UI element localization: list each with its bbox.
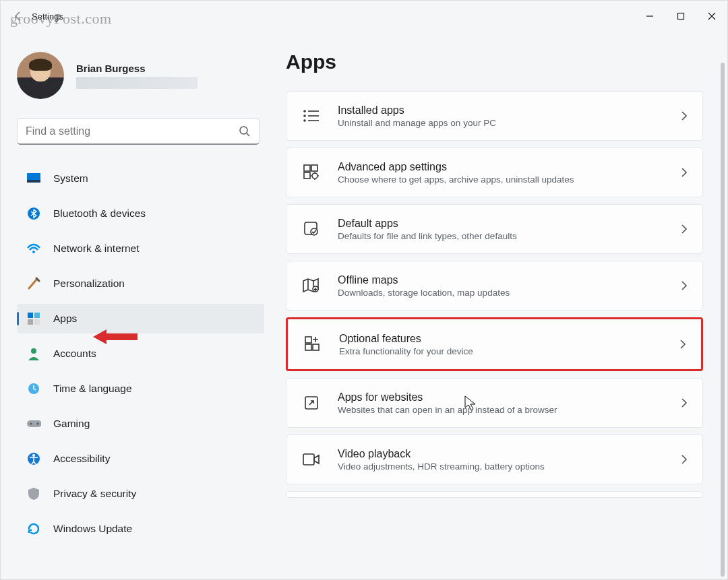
card-subtitle: Choose where to get apps, archive apps, …	[338, 174, 681, 185]
search-icon	[239, 125, 251, 137]
sidebar-item-accessibility[interactable]: Accessibility	[17, 444, 264, 474]
chevron-right-icon	[681, 168, 688, 177]
svg-rect-36	[313, 344, 319, 350]
svg-rect-13	[34, 319, 40, 325]
card-title: Apps for websites	[338, 391, 681, 404]
svg-line-5	[247, 133, 249, 136]
card-title: Default apps	[338, 218, 681, 230]
update-icon	[26, 521, 41, 536]
card-title: Advanced app settings	[338, 161, 681, 173]
apps-icon	[26, 311, 41, 326]
settings-cards: Installed appsUninstall and manage apps …	[286, 91, 703, 498]
svg-point-21	[304, 110, 305, 112]
svg-rect-11	[34, 313, 40, 318]
svg-point-23	[304, 115, 305, 117]
list-icon	[301, 106, 322, 126]
maximize-button[interactable]	[665, 1, 696, 32]
sidebar-item-apps[interactable]: Apps	[17, 304, 264, 333]
profile-email-redacted	[76, 77, 198, 89]
sidebar-item-label: Accessibility	[53, 453, 110, 465]
brush-icon	[26, 276, 41, 291]
card-advanced-app-settings[interactable]: Advanced app settingsChoose where to get…	[286, 148, 703, 197]
sidebar-item-label: Gaming	[53, 418, 90, 430]
card-apps-for-websites[interactable]: Apps for websitesWebsites that can open …	[286, 378, 703, 428]
svg-rect-38	[303, 454, 314, 465]
chevron-right-icon	[681, 224, 688, 234]
card-title: Offline maps	[338, 274, 681, 286]
titlebar: Settings	[1, 1, 727, 32]
card-title: Optional features	[339, 333, 679, 345]
features-icon	[303, 334, 323, 354]
back-button[interactable]	[13, 11, 24, 22]
accessibility-icon	[26, 451, 41, 466]
chevron-right-icon	[681, 111, 688, 121]
chevron-right-icon	[681, 455, 688, 464]
close-button[interactable]	[696, 1, 727, 32]
sidebar-item-gaming[interactable]: Gaming	[17, 409, 264, 439]
svg-point-30	[312, 173, 317, 179]
svg-point-18	[37, 423, 39, 425]
svg-rect-16	[27, 420, 41, 427]
card-title: Installed apps	[338, 104, 681, 117]
sidebar-item-label: Accounts	[53, 348, 96, 360]
shield-icon	[26, 486, 41, 501]
wifi-icon	[26, 241, 41, 256]
svg-point-17	[30, 423, 32, 425]
card-default-apps[interactable]: Default appsDefaults for file and link t…	[286, 204, 703, 254]
card-offline-maps[interactable]: Offline mapsDownloads, storage location,…	[286, 261, 703, 311]
sidebar-item-label: Network & internet	[53, 243, 140, 255]
settings-window: groovyPost.com Settings Brian Burgess	[0, 0, 728, 580]
card-subtitle: Video adjustments, HDR streaming, batter…	[338, 461, 681, 472]
app-gear-icon	[301, 162, 322, 183]
sidebar-item-privacy[interactable]: Privacy & security	[17, 479, 264, 509]
card-video-playback[interactable]: Video playbackVideo adjustments, HDR str…	[286, 434, 703, 484]
search-input[interactable]	[26, 125, 239, 137]
svg-rect-12	[28, 319, 33, 325]
svg-point-4	[240, 127, 247, 134]
card-subtitle: Downloads, storage location, map updates	[338, 288, 681, 298]
sidebar-item-time[interactable]: Time & language	[17, 374, 264, 404]
sidebar-item-network[interactable]: Network & internet	[17, 234, 264, 263]
sidebar-item-label: System	[53, 172, 88, 185]
default-apps-icon	[301, 219, 322, 239]
card-optional-features[interactable]: Optional featuresExtra functionality for…	[286, 317, 703, 371]
sidebar: Brian Burgess System Bluetooth & devices	[1, 32, 274, 579]
app-title: Settings	[32, 11, 63, 22]
svg-rect-10	[28, 313, 33, 318]
scrollbar[interactable]	[721, 63, 725, 577]
sidebar-item-label: Bluetooth & devices	[53, 207, 146, 220]
search-box[interactable]	[17, 118, 260, 145]
sidebar-item-personalization[interactable]: Personalization	[17, 269, 264, 298]
chevron-right-icon	[681, 398, 688, 408]
svg-rect-27	[304, 165, 310, 171]
sidebar-item-label: Privacy & security	[53, 488, 136, 500]
sidebar-item-label: Personalization	[53, 278, 125, 290]
svg-point-14	[31, 348, 36, 354]
main-panel: Apps Installed appsUninstall and manage …	[274, 32, 727, 579]
card-subtitle: Uninstall and manage apps on your PC	[338, 118, 681, 128]
card-subtitle: Extra functionality for your device	[339, 346, 679, 356]
gamepad-icon	[26, 416, 41, 431]
map-icon	[301, 276, 322, 296]
svg-point-20	[32, 454, 35, 457]
sidebar-item-system[interactable]: System	[17, 164, 264, 193]
person-icon	[26, 346, 41, 361]
sidebar-item-accounts[interactable]: Accounts	[17, 339, 264, 368]
system-icon	[26, 171, 41, 186]
chevron-right-icon	[681, 281, 688, 290]
svg-point-25	[304, 120, 305, 121]
sidebar-item-update[interactable]: Windows Update	[17, 514, 264, 544]
avatar	[17, 52, 64, 99]
card-cutoff	[286, 491, 703, 498]
video-icon	[301, 449, 322, 470]
profile-block[interactable]: Brian Burgess	[17, 52, 264, 99]
card-title: Video playback	[338, 448, 681, 460]
sidebar-item-label: Time & language	[53, 383, 132, 395]
card-installed-apps[interactable]: Installed appsUninstall and manage apps …	[286, 91, 703, 141]
sidebar-item-bluetooth[interactable]: Bluetooth & devices	[17, 199, 264, 228]
svg-point-9	[32, 251, 35, 253]
clock-icon	[26, 381, 41, 396]
minimize-button[interactable]	[634, 1, 665, 32]
svg-rect-1	[678, 13, 684, 20]
card-subtitle: Defaults for file and link types, other …	[338, 231, 681, 241]
